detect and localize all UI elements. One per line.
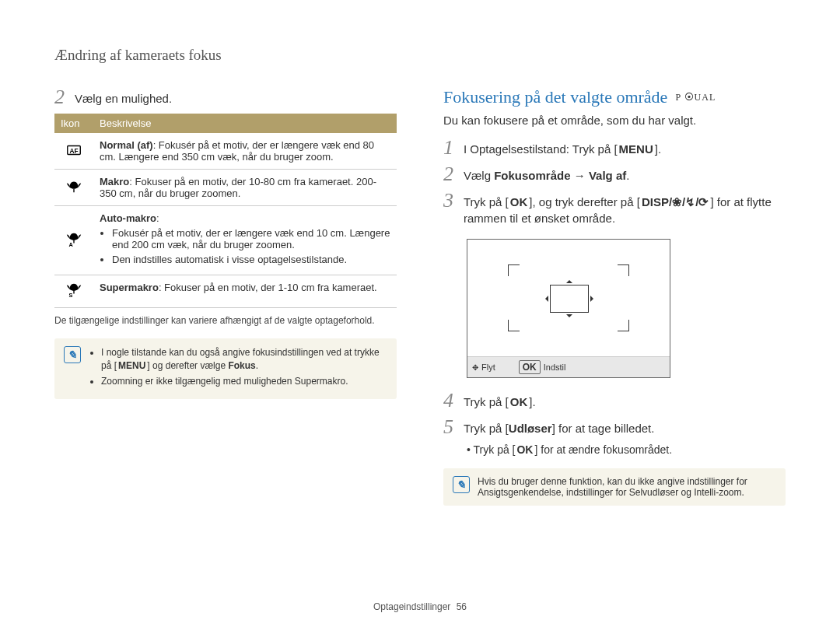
step-5: 5 Tryk på [Udløser] for at tage billedet… [443,417,786,437]
auto-makro-bullets: Fokusér på et motiv, der er længere væk … [100,227,390,265]
tip-box: ✎ Hvis du bruger denne funktion, kan du … [443,468,786,506]
normal-af-icon: AF [54,133,93,170]
step-3: 3 Tryk på [OK], og tryk derefter på [DIS… [443,191,786,226]
focus-bracket-icon [618,320,629,331]
table-row: AF Normal (af): Fokusér på et motiv, der… [54,133,397,170]
page-footer: Optageindstillinger 56 [0,601,840,612]
menu-key-icon: MENU [618,141,655,157]
screen-footer: ✥Flyt OKIndstil [467,356,670,377]
tip-box: ✎ I nogle tilstande kan du også angive f… [54,338,397,399]
focus-bracket-icon [508,264,520,276]
step-2: 2 Vælg en mulighed. [54,87,397,107]
ok-key-icon: OK [509,194,530,210]
step-text: Vælg Fokusområde → Valg af. [464,164,629,184]
table-row: A Auto-makro: Fokusér på et motiv, der e… [54,206,397,275]
table-header-icon: Ikon [54,114,93,133]
step-2: 2 Vælg Fokusområde → Valg af. [443,164,786,184]
two-column-layout: 2 Vælg en mulighed. Ikon Beskrivelse AF … [54,87,786,515]
makro-icon [54,170,93,206]
tip-text: Hvis du bruger denne funktion, kan du ik… [478,476,776,498]
svg-text:AF: AF [70,147,79,154]
dpad-icon: ✥ [472,363,478,372]
step-4: 4 Tryk på [OK]. [443,391,786,411]
step-text: Vælg en mulighed. [75,87,172,107]
table-row: Makro: Fokuser på en motiv, der 10-80 cm… [54,170,397,206]
page-title: Ændring af kameraets fokus [54,47,786,64]
focus-bracket-icon [508,320,520,331]
note-icon: ✎ [64,346,81,363]
screen-hint-move: ✥Flyt [472,360,495,374]
menu-key-icon: MENU [117,359,147,373]
step-text: Tryk på [OK], og tryk derefter på [DISP/… [464,191,786,226]
table-row: S Supermakro: Fokuser på en motiv, der 1… [54,275,397,308]
auto-makro-desc: Auto-makro: Fokusér på et motiv, der er … [93,206,397,275]
step-5-sub: • Tryk på [OK] for at ændre fokusområdet… [467,443,786,456]
ok-key-icon: OK [515,443,534,456]
step-number: 4 [443,391,464,411]
tip-item: I nogle tilstande kan du også angive fok… [101,346,387,373]
nav-keys-icon: DISP/❀/↯/⟳ [640,194,711,210]
tip-body: I nogle tilstande kan du også angive fok… [89,346,387,391]
note-icon: ✎ [453,476,470,493]
step-number: 2 [443,164,464,184]
makro-desc: Makro: Fokuser på en motiv, der 10-80 cm… [93,170,397,206]
table-header-desc: Beskrivelse [93,114,397,133]
supermakro-icon: S [54,275,93,308]
section-intro: Du kan fokusere på et område, som du har… [443,114,786,127]
step-number: 3 [443,191,464,211]
right-column: Fokusering på det valgte område P ⦿UAL D… [443,87,786,515]
screen-hint-set: OKIndstil [519,360,566,374]
svg-text:A: A [69,241,74,248]
step-1: 1 I Optagelsestilstand: Tryk på [MENU]. [443,138,786,158]
focus-bracket-icon [618,264,629,276]
svg-text:S: S [69,292,73,299]
auto-makro-icon: A [54,206,93,275]
step-number: 5 [443,417,464,437]
section-heading: Fokusering på det valgte område P ⦿UAL [443,87,786,107]
step-text: Tryk på [Udløser] for at tage billedet. [464,417,654,436]
ok-key-icon: OK [519,360,541,374]
left-column: 2 Vælg en mulighed. Ikon Beskrivelse AF … [54,87,397,515]
step-number: 1 [443,138,464,158]
table-footnote: De tilgængelige indstillinger kan varier… [54,314,397,328]
mode-icons: P ⦿UAL [675,92,716,103]
normal-af-desc: Normal (af): Fokusér på et motiv, der er… [93,133,397,170]
focus-target-box [550,285,589,313]
focus-options-table: Ikon Beskrivelse AF Normal (af): Fokusér… [54,114,397,308]
camera-screen-illustration: ✥Flyt OKIndstil [467,239,670,378]
supermakro-desc: Supermakro: Fokuser på en motiv, der 1-1… [93,275,397,308]
step-text: I Optagelsestilstand: Tryk på [MENU]. [464,138,661,157]
ok-key-icon: OK [509,394,530,410]
step-text: Tryk på [OK]. [464,391,536,410]
manual-page: Ændring af kameraets fokus 2 Vælg en mul… [0,0,840,634]
step-number: 2 [54,87,75,107]
tip-item: Zoomning er ikke tilgængelig med mulighe… [101,375,387,388]
